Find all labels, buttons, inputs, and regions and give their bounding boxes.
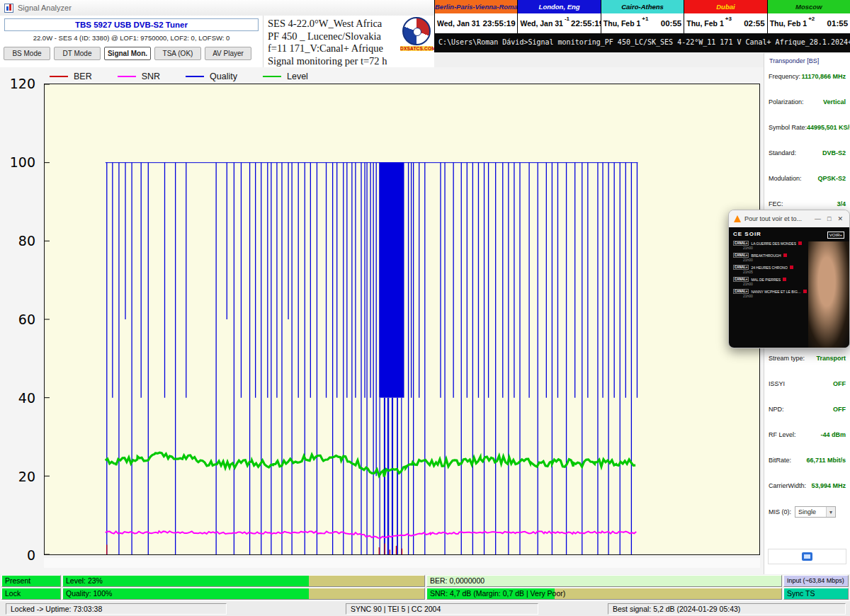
clock-date: Thu, Feb 1 [770, 19, 808, 28]
vlc-player-window: Pour tout voir et to... — □ ✕ CE SOIR VO… [728, 210, 850, 348]
clock-time: 23:55:19 [483, 19, 516, 28]
program-row: CANAL+ 24 HEURES CHRONO 21h05 [733, 265, 807, 274]
tp-row-standard: Standard: DVB-S2 [764, 148, 850, 158]
clock-city: London, Eng [518, 0, 600, 13]
y-axis-label: 60 [3, 312, 35, 327]
vlc-titlebar[interactable]: Pour tout voir et to... — □ ✕ [729, 210, 849, 227]
clock-offset: -1 [565, 16, 570, 22]
tuner-name: TBS 5927 USB DVB-S2 Tuner [5, 19, 258, 31]
clock-time: 22:55:19 [571, 19, 604, 28]
present-indicator: Present [1, 575, 61, 587]
sync-ts-indicator: Sync TS [783, 588, 849, 600]
voir-plus-badge: VOIR+ [827, 232, 844, 239]
y-axis-label: 0 [3, 547, 35, 563]
header-line-frequency: f=11 171_V:Canal+ Afrique [268, 42, 399, 55]
clock-time: 00:55 [661, 19, 681, 28]
y-axis-label: 20 [3, 469, 35, 484]
program-row: CANAL+ MAL DE PIERRES 21h00 [733, 277, 807, 286]
tab-av-player[interactable]: AV Player [205, 47, 251, 60]
clock-dubai: Dubai Thu, Feb 1 +3 02:55 [684, 0, 766, 33]
quality-line-swatch [186, 76, 204, 77]
transponder-rows-top: Frequency: 11170,866 MHz Polarization: V… [764, 72, 850, 224]
tp-row-carrier-width: CarrierWidth: 53,994 MHz [764, 481, 850, 491]
mode-tabs: BS Mode DT Mode Signal Mon. TSA (OK) AV … [4, 47, 259, 60]
tuner-panel: TBS 5927 USB DVB-S2 Tuner 22.0W - SES 4 … [0, 16, 264, 67]
y-axis: 020406080100120 [0, 67, 41, 574]
program-row: CANAL+ BREAKTHROUGH 21h00 [733, 253, 807, 262]
mis-select[interactable]: Single ▾ [795, 506, 836, 518]
age-rating-badge [783, 253, 787, 257]
level-line-swatch [263, 76, 281, 77]
world-clocks: Berlin-Paris-Vienna-Roma Wed, Jan 31 23:… [434, 0, 850, 33]
clock-time: 01:55 [827, 19, 848, 28]
tab-bs-mode[interactable]: BS Mode [4, 47, 50, 60]
transponder-panel-title: Transponder [BS] [769, 57, 850, 64]
clock-offset: +3 [725, 16, 732, 22]
ber-line-swatch [50, 76, 68, 77]
tp-row-issyi: ISSYI OFF [764, 379, 850, 389]
top-strip: TBS 5927 USB DVB-S2 Tuner 22.0W - SES 4 … [0, 16, 434, 67]
y-axis-label: 120 [3, 76, 35, 91]
legend-quality: Quality [186, 72, 237, 81]
tuner-info: 22.0W - SES 4 (ID: 3380) @ LOF1: 9750000… [0, 34, 263, 42]
lock-indicator: Lock [1, 588, 61, 600]
clock-time: 02:55 [744, 19, 764, 28]
clock-date: Wed, Jan 31 [437, 19, 480, 28]
age-rating-badge [790, 266, 793, 269]
mis-row: MIS (0): Single ▾ [764, 506, 850, 518]
age-rating-badge [783, 278, 786, 281]
minimize-icon[interactable]: — [813, 215, 822, 222]
age-rating-badge [798, 241, 802, 245]
tp-row-symbol-rate: Symbol Rate: 44995,501 KS/s [764, 122, 850, 132]
quality-bar: Quality: 100% [62, 588, 425, 600]
y-axis-label: 100 [3, 154, 35, 170]
video-person-thumbnail [808, 241, 849, 348]
transponder-rows-bottom: Stream type: Transport ISSYI OFF NPD: OF… [764, 353, 850, 506]
signal-monitoring-plot [44, 84, 760, 555]
epg-program-list: CANAL+ LA GUERRE DES MONDES 21h00 CANAL+… [733, 241, 807, 298]
clock-date: Thu, Feb 1 [604, 19, 641, 28]
clock-city: Moscow [768, 0, 850, 13]
sync-status: SYNC 90 | TEI 5 | CC 2004 [346, 603, 538, 615]
window-title: Signal Analyzer [18, 4, 72, 12]
tab-tsa[interactable]: TSA (OK) [154, 47, 201, 60]
tp-row-modulation: Modulation: QPSK-S2 [764, 173, 850, 183]
tuner-title-box: TBS 5927 USB DVB-S2 Tuner [4, 18, 259, 31]
header-line-location: PF 450 _ Lucenec/Slovakia [268, 30, 399, 43]
clock-date: Thu, Feb 1 [686, 19, 724, 28]
tab-dt-mode[interactable]: DT Mode [54, 47, 101, 60]
chevron-down-icon[interactable]: ▾ [826, 507, 835, 517]
maximize-icon[interactable]: □ [826, 215, 832, 222]
clock-city: Dubai [684, 0, 766, 13]
tp-row-rf-level: RF Level: -44 dBm [764, 430, 850, 440]
clock-city: Berlin-Paris-Vienna-Roma [435, 0, 517, 13]
header-line-duration: Signal monitoring per t=72 h [268, 55, 399, 68]
close-icon[interactable]: ✕ [836, 215, 844, 222]
signal-chart-panel: BER SNR Quality Level 020406080100120 [0, 67, 764, 574]
app-window: { "window": { "title": "Signal Analyzer"… [0, 0, 850, 616]
clock-cairo: Cairo-Athens Thu, Feb 1 +1 00:55 [601, 0, 684, 33]
tp-row-bitrate: BitRate: 66,711 Mbit/s [764, 455, 850, 465]
display-icon[interactable] [802, 552, 812, 561]
header-line-satellite: SES 4-22.0°W_West Africa [268, 18, 399, 30]
terminal-command-line[interactable]: C:\Users\Roman Dávid>Signal monitoring_P… [434, 33, 850, 52]
vlc-video-area[interactable]: CE SOIR VOIR+ CANAL+ LA GUERRE DES MONDE… [729, 227, 849, 348]
panel-toolbar [768, 549, 846, 564]
signal-plot-canvas [45, 84, 759, 554]
tab-signal-mon[interactable]: Signal Mon. [104, 47, 151, 60]
clock-offset: +1 [642, 16, 648, 22]
tp-row-frequency: Frequency: 11170,866 MHz [764, 72, 850, 81]
dxsatcs-logo-icon [402, 17, 431, 45]
snr-bar: SNR: 4,7 dB (Margin: 0,7 dB | Very Poor) [426, 588, 782, 600]
window-titlebar[interactable]: Signal Analyzer [0, 0, 434, 16]
app-icon [4, 4, 13, 13]
program-row: CANAL+ NANNY MCPHEE ET LE BIG BANG 21h00 [733, 289, 807, 298]
clock-date: Wed, Jan 31 [520, 19, 563, 28]
program-row: CANAL+ LA GUERRE DES MONDES 21h00 [733, 241, 807, 250]
ber-indicator: BER: 0,0000000 [426, 575, 782, 587]
best-signal-status: Best signal: 5,2 dB (2024-01-29 05:43) [608, 603, 846, 615]
clock-offset: +2 [808, 16, 815, 22]
snr-line-swatch [118, 76, 136, 77]
uptime-status: Locked -> Uptime: 73:03:38 [6, 603, 227, 615]
tp-row-npd: NPD: OFF [764, 404, 850, 414]
